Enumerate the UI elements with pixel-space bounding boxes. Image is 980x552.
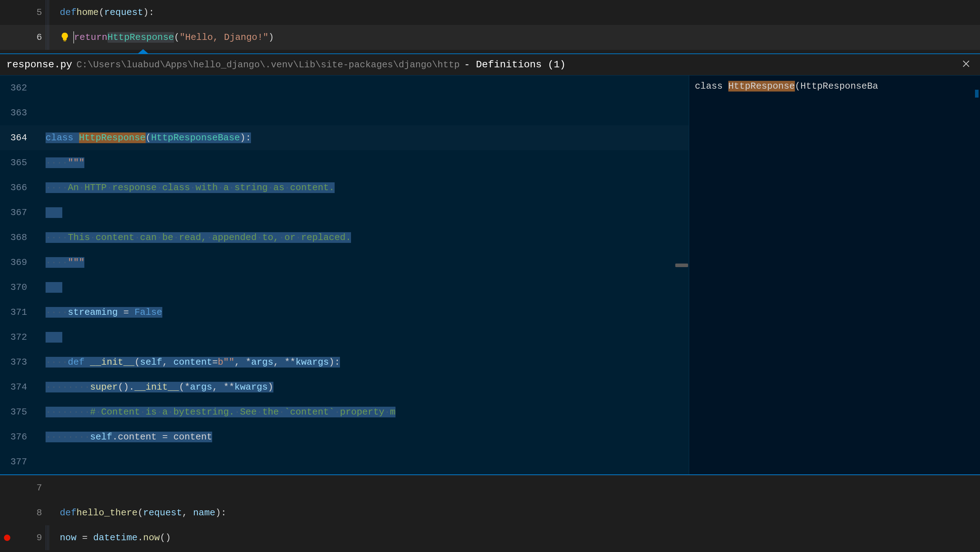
peek-filepath: C:\Users\luabud\Apps\hello_django\.venv\…: [76, 59, 460, 70]
peek-code-content[interactable]: ····An·HTTP·response·class·with·a·string…: [33, 182, 335, 193]
breakpoint-icon[interactable]: [4, 534, 10, 541]
code-line[interactable]: 5def home(request):: [0, 0, 980, 25]
peek-code-content[interactable]: ········#·Content·is·a·bytestring.·See·t…: [33, 407, 396, 417]
code-line[interactable]: 8def hello_there(request, name):: [0, 500, 980, 525]
line-number: 377: [0, 456, 33, 467]
code-content[interactable]: def hello_there(request, name):: [50, 507, 226, 518]
peek-code-content[interactable]: ····This·content·can·be·read,·appended·t…: [33, 232, 351, 243]
peek-code-line[interactable]: 376········self.content = content: [0, 424, 689, 450]
code-content[interactable]: def home(request):: [50, 7, 154, 18]
peek-code-line[interactable]: 365····""": [0, 150, 689, 175]
editor-top-pane: 5def home(request):6 return HttpResponse…: [0, 0, 980, 50]
line-number: 9: [14, 533, 46, 543]
peek-definition-window: response.py C:\Users\luabud\Apps\hello_d…: [0, 53, 980, 475]
peek-code-area[interactable]: 362363364class HttpResponse(HttpResponse…: [0, 75, 689, 474]
lightbulb-icon[interactable]: [60, 32, 70, 43]
peek-code-line[interactable]: 373····def __init__(self, content=b"", *…: [0, 350, 689, 375]
peek-code-content[interactable]: class HttpResponse(HttpResponseBase):: [33, 132, 251, 143]
reference-prefix: class: [695, 81, 728, 91]
line-number: 365: [0, 157, 33, 168]
line-number: 363: [0, 108, 33, 118]
fold-indicator: [46, 25, 50, 50]
peek-reference-list: class HttpResponse(HttpResponseBa: [689, 75, 980, 474]
editor-bottom-pane: 78def hello_there(request, name):9 now =…: [0, 475, 980, 550]
peek-code-content[interactable]: ····""": [33, 257, 84, 268]
peek-code-line[interactable]: 364class HttpResponse(HttpResponseBase):: [0, 125, 689, 150]
line-number: 375: [0, 407, 33, 417]
peek-code-line[interactable]: 369····""": [0, 250, 689, 275]
peek-code-line[interactable]: 375········#·Content·is·a·bytestring.·Se…: [0, 400, 689, 424]
reference-highlight: HttpResponse: [728, 81, 795, 91]
line-number: 364: [0, 132, 33, 143]
peek-code-content[interactable]: ····""": [33, 157, 84, 168]
line-number: 370: [0, 282, 33, 293]
line-number: 371: [0, 307, 33, 317]
line-number: 5: [14, 7, 46, 18]
line-number: 369: [0, 257, 33, 268]
line-number: 374: [0, 382, 33, 392]
breakpoint-gutter[interactable]: [0, 534, 14, 541]
peek-code-line[interactable]: 370: [0, 275, 689, 300]
peek-code-line[interactable]: 374········super().__init__(*args, **kwa…: [0, 375, 689, 400]
line-number: 362: [0, 83, 33, 93]
peek-code-content[interactable]: ····streaming = False: [33, 307, 162, 317]
peek-code-line[interactable]: 362: [0, 75, 689, 101]
peek-code-content[interactable]: ····def __init__(self, content=b"", *arg…: [33, 357, 340, 367]
line-number: 366: [0, 182, 33, 193]
svg-rect-0: [64, 41, 66, 41]
line-number: 376: [0, 432, 33, 442]
code-content[interactable]: now = datetime.now(): [50, 533, 171, 543]
fold-indicator: [46, 475, 50, 500]
code-line[interactable]: 7: [0, 475, 980, 500]
line-number: 6: [14, 32, 46, 43]
peek-filename: response.py: [6, 59, 72, 70]
line-number: 373: [0, 357, 33, 367]
peek-minimap-indicator[interactable]: [675, 263, 688, 267]
peek-header: response.py C:\Users\luabud\Apps\hello_d…: [0, 54, 980, 75]
peek-code-line[interactable]: 377: [0, 450, 689, 474]
fold-indicator: [46, 525, 50, 550]
line-number: 367: [0, 207, 33, 218]
peek-code-content[interactable]: ········super().__init__(*args, **kwargs…: [33, 382, 274, 392]
fold-indicator: [46, 0, 50, 25]
peek-definitions-count: - Definitions (1): [464, 59, 566, 70]
peek-code-content[interactable]: ········self.content = content: [33, 432, 212, 442]
peek-code-line[interactable]: 368····This·content·can·be·read,·appende…: [0, 225, 689, 250]
code-content[interactable]: return HttpResponse("Hello, Django!"): [50, 31, 274, 43]
line-number: 372: [0, 332, 33, 343]
peek-code-line[interactable]: 371····streaming = False: [0, 300, 689, 325]
peek-code-line[interactable]: 367: [0, 200, 689, 225]
peek-sidebar-scroll-indicator: [975, 90, 978, 97]
close-icon[interactable]: [959, 57, 974, 72]
reference-suffix: (HttpResponseBa: [795, 81, 878, 91]
peek-code-content[interactable]: [33, 207, 62, 218]
code-line[interactable]: 6 return HttpResponse("Hello, Django!"): [0, 25, 980, 50]
peek-code-line[interactable]: 372: [0, 325, 689, 350]
peek-code-line[interactable]: 366····An·HTTP·response·class·with·a·str…: [0, 175, 689, 200]
line-number: 8: [14, 507, 46, 518]
line-number: 368: [0, 232, 33, 243]
peek-reference-item[interactable]: class HttpResponse(HttpResponseBa: [689, 75, 980, 97]
code-line[interactable]: 9 now = datetime.now(): [0, 525, 980, 550]
peek-code-content[interactable]: [33, 282, 62, 293]
peek-body: 362363364class HttpResponse(HttpResponse…: [0, 75, 980, 474]
peek-code-content[interactable]: [33, 332, 62, 343]
peek-code-line[interactable]: 363: [0, 101, 689, 125]
fold-indicator: [46, 500, 50, 525]
peek-indicator-arrow: [0, 50, 980, 53]
line-number: 7: [14, 483, 46, 493]
